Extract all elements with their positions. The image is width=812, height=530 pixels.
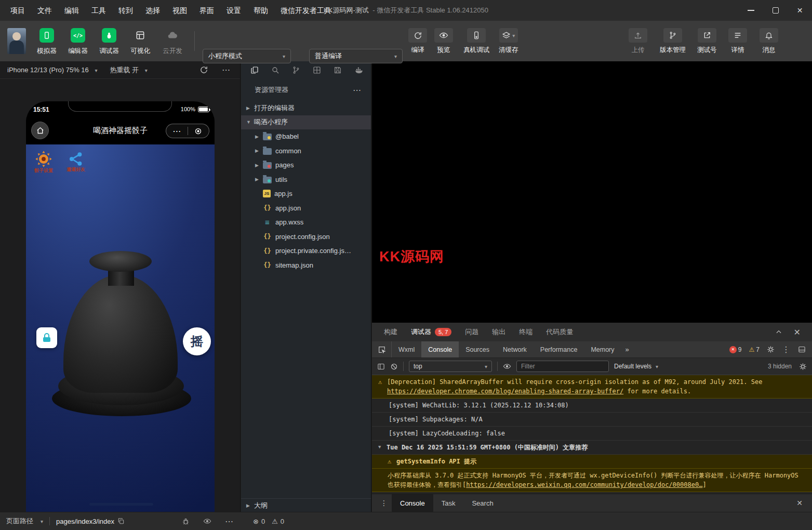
menu-item[interactable]: 编辑 [58,0,85,21]
error-count[interactable]: ✕ 9 [729,346,742,353]
more-icon[interactable]: ⋯ [222,65,231,75]
dice-cup-body[interactable] [63,274,178,393]
devtools-tab[interactable]: Network [496,341,534,357]
expand-toggle-icon[interactable]: ▼ [378,443,387,451]
debugger-panel-tab[interactable]: 构建 [377,323,404,341]
debug-bug-icon[interactable] [182,518,190,525]
debugger-panel-tab[interactable]: 问题 [458,323,485,341]
user-avatar[interactable] [7,28,26,54]
mode-select[interactable]: 小程序模式 ▾ [203,49,291,63]
tree-item[interactable]: ▶ @babel [241,129,371,144]
more-icon[interactable]: ⋯ [353,85,362,95]
eye-icon[interactable] [503,362,511,370]
more-tabs-icon[interactable]: » [621,346,633,353]
tree-item[interactable]: app.js [241,187,371,201]
hidden-messages-count[interactable]: 3 hidden [768,363,792,370]
home-button[interactable] [31,122,49,139]
clear-cache-button[interactable]: ▾ 清缓存 [499,28,518,55]
outline-section[interactable]: ▶ 大纲 [241,498,371,512]
debugger-toggle-button[interactable]: 调试器 [94,28,125,56]
menu-item[interactable]: 界面 [193,0,220,21]
devtools-tab[interactable]: Sources [459,341,496,357]
page-path-select[interactable]: 页面路径 ▾ [6,516,43,526]
compile-mode-select[interactable]: 普通编译 ▾ [309,49,403,63]
console-settings-gear-icon[interactable] [799,363,807,370]
editor-toggle-button[interactable]: </> 编辑器 [62,28,94,56]
git-branch-icon[interactable] [292,66,300,74]
shake-button[interactable]: 摇 [183,327,211,355]
menu-item[interactable]: 工具 [85,0,112,21]
more-menu-button[interactable]: ⋯ [166,126,188,136]
debugger-panel-tab[interactable]: 代码质量 [539,323,580,341]
menu-item[interactable]: 文件 [31,0,58,21]
tree-item[interactable]: ▶ utils [241,173,371,187]
collapse-panel-icon[interactable] [775,328,782,336]
menu-item[interactable]: 转到 [112,0,139,21]
menu-item[interactable]: 项目 [4,0,31,21]
grid-view-icon[interactable] [313,66,321,74]
hot-reload-toggle[interactable]: 热重载 开 ▾ [110,65,147,75]
device-select[interactable]: iPhone 12/13 (Pro) 75% 16 ▾ [7,66,97,74]
invite-friends-button[interactable]: 邀请好友 [66,151,85,173]
close-button[interactable]: ✕ [788,0,812,21]
settings-gear-icon[interactable] [767,346,775,353]
more-icon[interactable]: ⋯ [225,516,234,526]
problems-summary[interactable]: ⊗ 0 ⚠ 0 [253,518,284,525]
close-drawer-icon[interactable]: ✕ [796,499,808,507]
tree-item[interactable]: app.wxss [241,215,371,230]
refresh-icon[interactable] [199,65,208,74]
console-link[interactable]: https://developer.chrome.com/blog/enabli… [387,388,623,395]
tree-item[interactable]: ▶ pages [241,158,371,173]
dock-side-icon[interactable] [798,346,806,353]
dice-settings-button[interactable]: 骰子设置 [34,150,53,174]
minimize-button[interactable] [739,0,763,21]
drawer-tab[interactable]: Search [463,494,501,512]
debugger-panel-tab[interactable]: 输出 [485,323,512,341]
tree-item[interactable]: ▼ 喝酒小程序 [241,115,371,130]
compile-button[interactable]: 编译 [408,28,427,55]
messages-button[interactable]: 消息 [760,28,778,55]
tree-item[interactable]: project.config.json [241,230,371,244]
tree-item[interactable]: sitemap.json [241,258,371,273]
tree-item[interactable]: project.private.config.js… [241,244,371,258]
console-context-select[interactable]: top ▾ [409,361,492,372]
devtools-tab[interactable]: Console [421,341,459,357]
clear-console-icon[interactable] [390,363,398,370]
device-debug-button[interactable]: 真机调试 [463,28,489,55]
visual-tool-button[interactable]: 可视化 [125,28,156,56]
upload-button[interactable]: 上传 [629,28,647,55]
test-account-button[interactable]: 测试号 [697,28,717,55]
menu-item[interactable]: 视图 [166,0,193,21]
devtools-tab[interactable]: Wxml [392,341,421,357]
cloud-dev-button[interactable]: 云开发 [157,28,188,56]
tree-item[interactable]: app.json [241,201,371,216]
lock-button[interactable] [36,327,57,348]
drawer-tab[interactable]: Console [392,494,433,512]
menu-item[interactable]: 帮助 [247,0,274,21]
devtools-tab[interactable]: Performance [534,341,584,357]
console-link[interactable]: https://developers.weixin.qq.com/communi… [466,481,702,488]
files-view-icon[interactable] [250,66,259,74]
close-panel-icon[interactable]: ✕ [794,327,801,337]
docker-whale-icon[interactable] [354,65,364,75]
tree-item[interactable]: ▶ 打开的编辑器 [241,101,371,115]
simulator-toggle-button[interactable]: 模拟器 [31,28,62,56]
debugger-panel-tab[interactable]: 终端 [512,323,539,341]
drawer-menu-icon[interactable]: ⋮ [376,499,392,507]
save-icon[interactable] [334,66,342,74]
eye-icon[interactable] [203,517,211,525]
inspect-element-icon[interactable] [372,341,392,357]
devtools-tab[interactable]: Memory [584,341,621,357]
warning-count[interactable]: ⚠ 7 [749,346,760,353]
exit-button[interactable] [188,127,209,135]
debugger-panel-tab[interactable]: 调试器 5, 7 [404,323,458,341]
preview-button[interactable]: 预览 [434,28,453,55]
search-icon[interactable] [271,66,279,74]
console-filter-input[interactable] [516,361,609,372]
console-sidebar-icon[interactable] [377,363,385,370]
menu-item[interactable]: 微信开发者工具 [274,0,338,21]
version-control-button[interactable]: 版本管理 [660,28,686,55]
menu-item[interactable]: 设置 [220,0,247,21]
copy-icon[interactable] [117,518,125,525]
log-levels-select[interactable]: Default levels ▾ [614,363,658,370]
